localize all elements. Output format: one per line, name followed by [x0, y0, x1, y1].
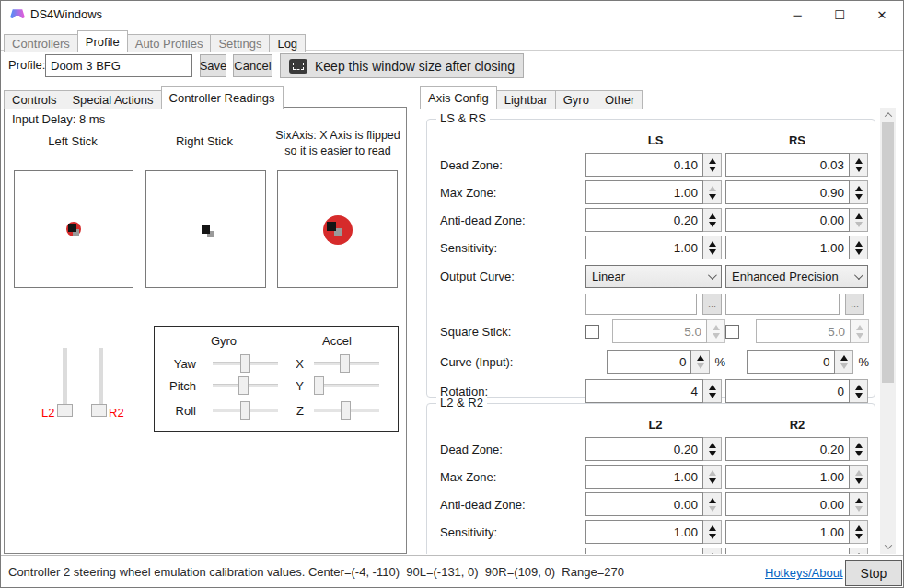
ls-sensitivity-value[interactable]: 1.00 [585, 236, 703, 259]
yaw-slider[interactable] [213, 354, 278, 373]
rs-square-roundness-value[interactable]: 5.0 [756, 319, 851, 343]
r2-sensitivity-spinner[interactable]: 1.00 [725, 520, 868, 544]
close-icon[interactable]: ✕ [861, 1, 903, 29]
spin-down-icon[interactable] [709, 478, 716, 484]
tab-settings[interactable]: Settings [210, 34, 270, 52]
spin-buttons[interactable] [703, 379, 722, 403]
ls-square-roundness-value[interactable]: 5.0 [612, 319, 707, 343]
r2-next-row-spinner[interactable] [725, 548, 868, 554]
yaw-slider-thumb[interactable] [240, 354, 250, 373]
rs-sensitivity-spinner[interactable]: 1.00 [725, 236, 868, 259]
spin-down-icon[interactable] [855, 506, 863, 512]
tab-special-actions[interactable]: Special Actions [64, 90, 161, 109]
tab-other[interactable]: Other [597, 90, 643, 109]
spin-down-icon[interactable] [709, 167, 716, 172]
l2-trigger-thumb[interactable] [57, 404, 73, 417]
spin-down-icon[interactable] [709, 506, 716, 512]
r2-anti-dead-zone-value[interactable]: 0.00 [725, 492, 850, 516]
spin-up-icon[interactable] [855, 498, 863, 503]
spin-up-icon[interactable] [855, 525, 863, 531]
spin-up-icon[interactable] [709, 525, 716, 531]
spin-buttons[interactable] [850, 236, 868, 259]
spin-down-icon[interactable] [855, 249, 863, 255]
rs-sensitivity-value[interactable]: 1.00 [725, 236, 850, 259]
spin-down-icon[interactable] [855, 222, 863, 227]
spin-up-icon[interactable] [856, 325, 863, 330]
spin-down-icon[interactable] [697, 363, 704, 369]
r2-dead-zone-value[interactable]: 0.20 [725, 437, 850, 461]
spin-down-icon[interactable] [855, 194, 863, 200]
minimize-icon[interactable]: ─ [776, 1, 818, 29]
roll-slider-thumb[interactable] [240, 401, 250, 420]
pitch-slider-thumb[interactable] [238, 376, 249, 395]
ls-curve-browse-button[interactable]: ... [702, 294, 722, 315]
spin-down-icon[interactable] [709, 451, 716, 456]
spin-buttons[interactable] [691, 350, 710, 374]
spin-buttons[interactable] [850, 153, 868, 177]
accel-x-slider[interactable] [314, 354, 379, 373]
l2-sensitivity-value[interactable]: 1.00 [585, 520, 703, 544]
ls-anti-dead-zone-value[interactable]: 0.20 [585, 208, 703, 232]
rs-max-zone-value[interactable]: 0.90 [725, 180, 850, 204]
accel-y-slider-thumb[interactable] [314, 376, 324, 395]
spin-buttons[interactable] [850, 520, 868, 544]
spin-buttons[interactable] [850, 437, 868, 461]
l2-next-row-spinner[interactable] [585, 548, 722, 554]
title-bar[interactable]: DS4Windows ─ ☐ ✕ [1, 1, 903, 29]
spin-up-icon[interactable] [855, 470, 863, 476]
spin-up-icon[interactable] [855, 241, 863, 247]
r2-dead-zone-spinner[interactable]: 0.20 [725, 437, 868, 461]
spin-buttons[interactable] [707, 319, 725, 343]
stop-button[interactable]: Stop [845, 560, 902, 586]
tab-log[interactable]: Log [269, 34, 306, 52]
spin-up-icon[interactable] [709, 498, 716, 503]
rs-output-curve-dropdown[interactable]: Enhanced Precision [725, 265, 868, 288]
profile-name-input[interactable]: Doom 3 BFG [45, 54, 192, 77]
rs-custom-curve-input[interactable] [725, 294, 840, 315]
accel-z-slider-thumb[interactable] [341, 401, 351, 420]
spin-down-icon[interactable] [840, 363, 848, 369]
save-button[interactable]: Save [200, 54, 226, 77]
spin-buttons[interactable] [703, 153, 722, 177]
ls-curve-input-value[interactable]: 0 [607, 350, 691, 374]
ls-output-curve-dropdown[interactable]: Linear [585, 265, 722, 288]
spin-up-icon[interactable] [855, 443, 863, 448]
ls-rotation-value[interactable]: 4 [585, 379, 703, 403]
pitch-slider[interactable] [213, 376, 278, 395]
rs-curve-browse-button[interactable]: ... [845, 294, 864, 315]
spin-up-icon[interactable] [697, 355, 704, 361]
spin-down-icon[interactable] [709, 534, 716, 539]
ls-square-roundness-spinner[interactable]: 5.0 [612, 319, 725, 343]
rs-rotation-spinner[interactable]: 0 [725, 379, 868, 403]
rs-square-roundness-spinner[interactable]: 5.0 [756, 319, 869, 343]
spin-up-icon[interactable] [709, 213, 716, 219]
spin-buttons[interactable] [850, 492, 868, 516]
cancel-button[interactable]: Cancel [233, 54, 272, 77]
roll-slider[interactable] [213, 401, 278, 420]
rs-rotation-value[interactable]: 0 [725, 379, 850, 403]
spin-buttons[interactable] [703, 208, 722, 232]
spin-buttons[interactable] [850, 208, 868, 232]
spin-down-icon[interactable] [709, 249, 716, 255]
spin-buttons[interactable] [703, 437, 722, 461]
accel-y-slider[interactable] [314, 376, 379, 395]
spin-up-icon[interactable] [855, 213, 863, 219]
tab-lightbar[interactable]: Lightbar [496, 90, 556, 109]
ls-custom-curve-input[interactable] [585, 294, 697, 315]
spin-down-icon[interactable] [855, 534, 863, 539]
rs-max-zone-spinner[interactable]: 0.90 [725, 180, 868, 204]
spin-up-icon[interactable] [709, 186, 716, 191]
tab-auto-profiles[interactable]: Auto Profiles [127, 34, 212, 52]
spin-down-icon[interactable] [856, 333, 863, 339]
spin-buttons[interactable] [851, 319, 869, 343]
spin-up-icon[interactable] [855, 385, 863, 390]
tab-axis-config[interactable]: Axis Config [420, 86, 497, 109]
accel-z-slider[interactable] [314, 401, 379, 420]
r2-trigger-thumb[interactable] [91, 404, 107, 417]
spin-up-icon[interactable] [840, 355, 848, 361]
spin-up-icon[interactable] [855, 158, 863, 164]
spin-up-icon[interactable] [709, 385, 716, 390]
spin-buttons[interactable] [703, 465, 722, 489]
keep-window-size-button[interactable]: Keep this window size after closing [280, 53, 524, 78]
scroll-up-icon[interactable] [880, 108, 896, 122]
